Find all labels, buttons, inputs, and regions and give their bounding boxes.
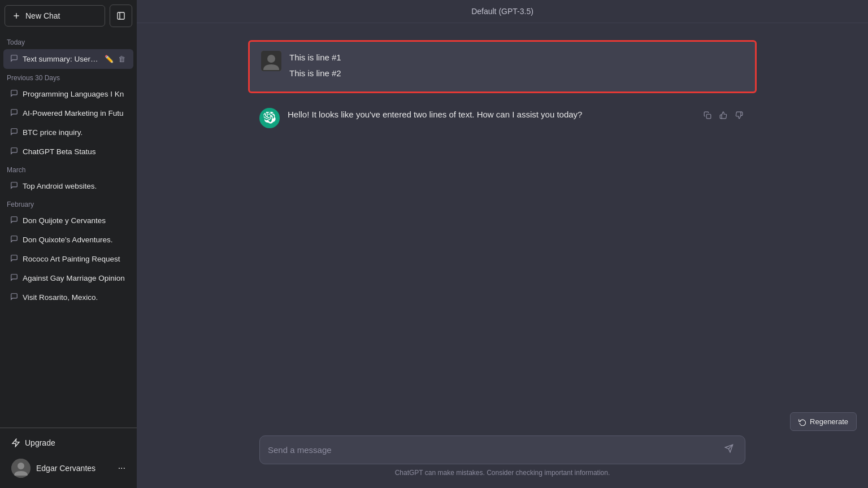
section-february: February (0, 196, 137, 211)
assistant-message-content: Hello! It looks like you've entered two … (288, 108, 693, 128)
new-chat-button[interactable]: New Chat (5, 5, 105, 27)
chat-header: Default (GPT-3.5) (137, 0, 868, 23)
chat-item-label: ChatGPT Beta Status (23, 147, 127, 156)
assistant-message-avatar (259, 108, 280, 128)
chat-item-text-summary[interactable]: Text summary: User inq ✏️ 🗑 (3, 49, 133, 69)
toggle-sidebar-button[interactable] (110, 5, 132, 27)
upgrade-label: Upgrade (25, 438, 55, 447)
chat-item-ai-marketing[interactable]: AI-Powered Marketing in Futu (3, 104, 133, 123)
chat-icon (10, 293, 18, 302)
chat-item-visit-rosarito[interactable]: Visit Rosarito, Mexico. (3, 288, 133, 307)
chat-item-chatgpt-beta[interactable]: ChatGPT Beta Status (3, 142, 133, 161)
chat-item-against-gay-marriage[interactable]: Against Gay Marriage Opinion (3, 269, 133, 287)
chat-icon (10, 54, 18, 64)
chat-icon (10, 147, 18, 156)
sidebar-toggle-icon (116, 11, 125, 20)
sidebar: New Chat Today Text summary: User inq ✏️… (0, 0, 137, 488)
chat-item-label: Against Gay Marriage Opinion (23, 274, 127, 282)
message-input[interactable] (268, 445, 721, 455)
delete-chat-button[interactable]: 🗑 (117, 54, 127, 64)
chat-icon (10, 108, 18, 118)
svg-point-8 (267, 55, 275, 63)
user-message-avatar (261, 51, 281, 71)
svg-rect-9 (706, 114, 711, 119)
user-message-line1: This is line #1 (289, 51, 744, 64)
avatar (11, 459, 31, 478)
regenerate-icon (798, 418, 806, 426)
thumbs-down-button[interactable] (733, 109, 745, 123)
regenerate-label: Regenerate (810, 417, 848, 426)
section-today: Today (0, 34, 137, 49)
chat-icon (10, 89, 18, 99)
sidebar-scroll: Today Text summary: User inq ✏️ 🗑 Previo… (0, 32, 137, 428)
chat-icon (10, 216, 18, 225)
chat-item-label: Rococo Art Painting Request (23, 255, 127, 263)
sidebar-top: New Chat (0, 0, 137, 32)
chat-item-actions: ✏️ 🗑 (103, 54, 127, 64)
assistant-message-text: Hello! It looks like you've entered two … (288, 108, 693, 121)
user-message: This is line #1 This is line #2 (248, 40, 757, 93)
chat-icon (10, 128, 18, 137)
svg-marker-4 (12, 439, 19, 446)
sidebar-bottom: Upgrade Edgar Cervantes ··· (0, 428, 137, 488)
upgrade-button[interactable]: Upgrade (5, 433, 132, 453)
chat-icon (10, 254, 18, 264)
chat-item-top-android[interactable]: Top Android websites. (3, 177, 133, 195)
copy-icon (704, 111, 711, 119)
main-chat: Default (GPT-3.5) This is line #1 This i… (137, 0, 868, 488)
chatgpt-icon (263, 112, 276, 124)
chat-icon (10, 273, 18, 283)
user-more-button[interactable]: ··· (118, 463, 125, 473)
edit-chat-button[interactable]: ✏️ (103, 54, 115, 64)
thumbs-up-button[interactable] (717, 109, 730, 123)
chat-item-programming[interactable]: Programming Languages I Kn (3, 85, 133, 103)
chat-item-label: Visit Rosarito, Mexico. (23, 293, 127, 302)
user-avatar-icon (261, 51, 281, 71)
svg-rect-2 (118, 12, 124, 19)
chat-item-don-quijote[interactable]: Don Quijote y Cervantes (3, 211, 133, 230)
messages-area: This is line #1 This is line #2 Hello! I… (137, 23, 868, 407)
chat-item-label: Programming Languages I Kn (23, 90, 127, 98)
chat-item-label: Don Quijote y Cervantes (23, 216, 127, 225)
section-previous30: Previous 30 Days (0, 69, 137, 84)
chat-item-btc[interactable]: BTC price inquiry. (3, 123, 133, 142)
input-row (259, 435, 745, 464)
chat-item-label: Top Android websites. (23, 182, 127, 190)
chat-item-don-quixote-adv[interactable]: Don Quixote's Adventures. (3, 230, 133, 249)
model-label: Default (GPT-3.5) (471, 7, 533, 16)
plus-icon (12, 11, 21, 20)
user-message-content: This is line #1 This is line #2 (289, 51, 744, 82)
chat-item-label: AI-Powered Marketing in Futu (23, 109, 127, 117)
user-row[interactable]: Edgar Cervantes ··· (5, 453, 132, 483)
chat-item-label: Don Quixote's Adventures. (23, 236, 127, 244)
chat-item-label: BTC price inquiry. (23, 128, 127, 137)
regenerate-button[interactable]: Regenerate (790, 412, 857, 431)
copy-message-button[interactable] (701, 109, 714, 123)
user-name: Edgar Cervantes (36, 464, 112, 473)
send-button[interactable] (721, 442, 737, 458)
section-march: March (0, 162, 137, 176)
regenerate-row: Regenerate (148, 412, 857, 431)
message-actions (701, 109, 745, 128)
chat-item-label: Text summary: User inq (23, 55, 99, 63)
chat-icon (10, 235, 18, 245)
thumbs-up-icon (719, 111, 727, 119)
bottom-bar: Regenerate ChatGPT can make mistakes. Co… (137, 407, 868, 488)
send-icon (724, 444, 734, 453)
disclaimer-text: ChatGPT can make mistakes. Consider chec… (148, 469, 857, 477)
thumbs-down-icon (735, 111, 743, 119)
chat-item-rococo[interactable]: Rococo Art Painting Request (3, 250, 133, 268)
new-chat-label: New Chat (25, 11, 60, 20)
chat-icon (10, 181, 18, 191)
upgrade-icon (11, 438, 20, 447)
svg-point-6 (18, 463, 24, 469)
assistant-message: Hello! It looks like you've entered two … (248, 99, 757, 137)
user-message-line2: This is line #2 (289, 67, 744, 80)
user-avatar-image (11, 459, 31, 478)
